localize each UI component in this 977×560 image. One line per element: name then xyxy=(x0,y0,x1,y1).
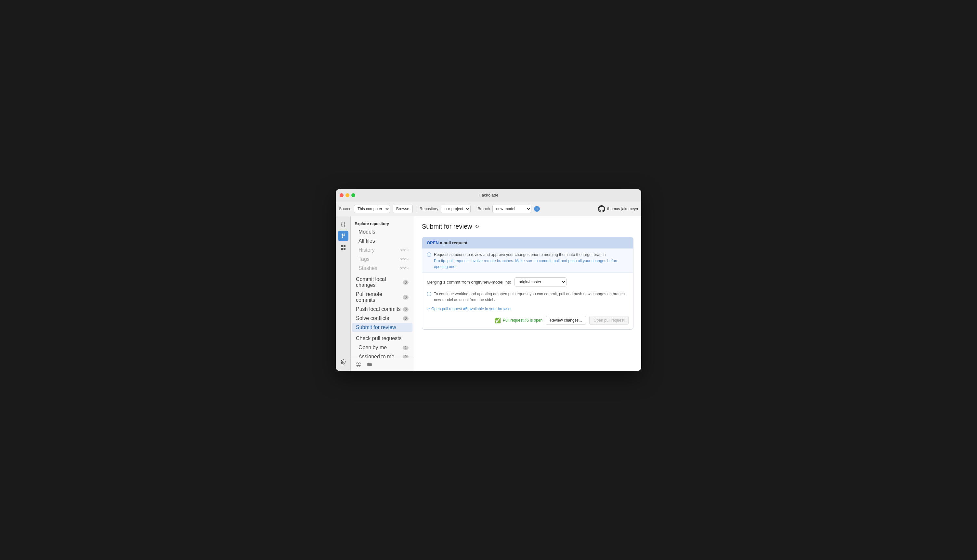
branch-label: Branch xyxy=(478,207,490,211)
svg-rect-3 xyxy=(344,248,346,250)
pr-info-text: Request someone to review and approve yo… xyxy=(434,252,629,258)
info-badge[interactable]: i xyxy=(534,206,540,212)
username: thomas-jakemeyn xyxy=(607,207,638,211)
notice-info-icon: ⓘ xyxy=(427,292,431,297)
code-icon-item[interactable]: { } xyxy=(338,219,348,229)
pr-status: ✅ Pull request #5 is open xyxy=(494,317,543,323)
source-label: Source xyxy=(339,207,351,211)
notice-row: ⓘ To continue working and updating an op… xyxy=(427,291,629,303)
external-link-icon: ↗ xyxy=(427,307,430,311)
divider-2 xyxy=(474,206,474,212)
git-branch-icon xyxy=(341,233,346,238)
info-icon: ⓘ xyxy=(427,252,431,258)
svg-point-5 xyxy=(358,363,359,365)
gear-icon xyxy=(341,359,346,365)
person-icon xyxy=(356,362,361,367)
svg-rect-0 xyxy=(341,245,343,247)
pr-card-body: Merging 1 commit from origin/new-model i… xyxy=(422,273,633,329)
merge-target-select[interactable]: origin/master xyxy=(514,277,566,287)
solve-conflicts-count: 0 xyxy=(403,317,409,321)
settings-icon-item[interactable] xyxy=(338,358,348,368)
main-area: { } Explore xyxy=(336,216,641,371)
merge-row: Merging 1 commit from origin/new-model i… xyxy=(427,277,629,287)
toolbar-right: thomas-jakemeyn xyxy=(598,205,638,212)
github-icon xyxy=(598,205,605,212)
content-area: Submit for review ↻ OPEN a pull request … xyxy=(414,216,641,371)
push-local-count: 0 xyxy=(403,307,409,312)
sidebar-item-submit-review[interactable]: Submit for review xyxy=(352,323,413,332)
stashes-soon-badge: SOON xyxy=(400,267,409,270)
repository-label: Repository xyxy=(419,207,438,211)
pr-card-header: OPEN a pull request xyxy=(422,237,633,248)
sidebar-item-history[interactable]: History SOON xyxy=(352,245,413,255)
repository-select[interactable]: our-project xyxy=(441,205,471,213)
open-by-me-count: 2 xyxy=(403,346,409,350)
source-select[interactable]: This computer xyxy=(354,205,390,213)
assigned-to-me-count: 0 xyxy=(403,355,409,358)
divider-1 xyxy=(416,206,416,212)
sidebar-wrapper: Explore repository Models All files Hist… xyxy=(351,216,414,371)
commit-local-count: 0 xyxy=(403,280,409,285)
svg-rect-2 xyxy=(341,248,343,250)
close-button[interactable] xyxy=(340,193,344,197)
sidebar-item-models[interactable]: Models xyxy=(352,227,413,237)
pro-tip-link[interactable]: Pro tip: pull requests involve remote br… xyxy=(434,258,618,269)
branch-select[interactable]: new-model xyxy=(493,205,531,213)
svg-rect-1 xyxy=(344,245,346,247)
sidebar-item-open-by-me[interactable]: Open by me 2 xyxy=(352,343,413,352)
traffic-lights xyxy=(340,193,355,197)
sidebar-item-check-prs[interactable]: Check pull requests xyxy=(352,334,413,343)
minimize-button[interactable] xyxy=(346,193,349,197)
open-pull-request-button[interactable]: Open pull request xyxy=(589,316,629,325)
sidebar-item-all-files[interactable]: All files xyxy=(352,237,413,245)
avatar-icon[interactable] xyxy=(355,360,362,368)
sidebar-item-assigned-to-me[interactable]: Assigned to me 0 xyxy=(352,352,413,358)
grid-icon-item[interactable] xyxy=(338,242,348,253)
pr-actions: ✅ Pull request #5 is open Review changes… xyxy=(427,316,629,325)
braces-icon: { } xyxy=(341,222,345,227)
git-icon-item[interactable] xyxy=(338,231,348,241)
window-title: Hackolade xyxy=(478,193,498,197)
sidebar-item-pull-remote[interactable]: Pull remote commits 0 xyxy=(352,290,413,305)
pr-card: OPEN a pull request ⓘ Request someone to… xyxy=(422,237,633,330)
explore-repo-header: Explore repository xyxy=(351,218,414,227)
sidebar-item-solve-conflicts[interactable]: Solve conflicts 0 xyxy=(352,314,413,323)
sidebar-item-tags[interactable]: Tags SOON xyxy=(352,255,413,264)
toolbar: Source This computer Browse Repository o… xyxy=(336,202,641,216)
tags-soon-badge: SOON xyxy=(400,258,409,261)
maximize-button[interactable] xyxy=(351,193,355,197)
sidebar-content: Explore repository Models All files Hist… xyxy=(351,216,414,358)
browse-button[interactable]: Browse xyxy=(392,205,413,213)
check-circle-icon: ✅ xyxy=(494,317,501,323)
icon-bar: { } xyxy=(336,216,351,371)
sidebar-item-push-local[interactable]: Push local commits 0 xyxy=(352,305,413,314)
grid-icon xyxy=(341,245,346,250)
pr-status-text: Pull request #5 is open xyxy=(503,318,543,323)
pr-browser-link[interactable]: ↗ Open pull request #5 available in your… xyxy=(427,307,629,311)
review-changes-button[interactable]: Review changes... xyxy=(546,316,586,325)
pr-link-row: ↗ Open pull request #5 available in your… xyxy=(427,307,629,311)
history-soon-badge: SOON xyxy=(400,248,409,252)
refresh-icon[interactable]: ↻ xyxy=(475,223,479,230)
sidebar-footer xyxy=(351,358,414,371)
folder-icon xyxy=(367,362,372,367)
sidebar-item-commit-local[interactable]: Commit local changes 0 xyxy=(352,275,413,290)
main-window: Hackolade Source This computer Browse Re… xyxy=(336,189,641,371)
pr-info-row: ⓘ Request someone to review and approve … xyxy=(422,248,633,273)
merge-text: Merging 1 commit from origin/new-model i… xyxy=(427,280,511,285)
notice-text: To continue working and updating an open… xyxy=(434,291,629,303)
page-title: Submit for review ↻ xyxy=(422,223,633,230)
pull-remote-count: 0 xyxy=(403,295,409,300)
titlebar: Hackolade xyxy=(336,189,641,202)
sidebar-item-stashes[interactable]: Stashes SOON xyxy=(352,264,413,273)
folder-icon-btn[interactable] xyxy=(366,360,373,368)
